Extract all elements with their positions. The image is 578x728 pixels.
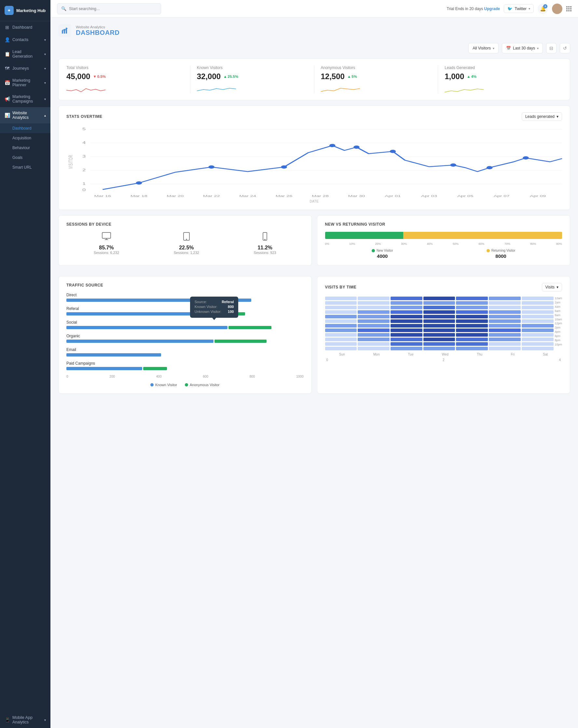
filter-icon-button[interactable]: ⊟	[546, 43, 556, 53]
page-title: DASHBOARD	[76, 29, 120, 36]
twitter-button[interactable]: 🐦 Twitter ▾	[504, 4, 534, 13]
visits-dropdown[interactable]: Visits ▾	[542, 283, 562, 291]
leads-generated-change: ▲ 4%	[467, 75, 476, 78]
sidebar-item-dashboard[interactable]: ⊞ Dashboard	[0, 21, 50, 33]
sidebar-item-contacts[interactable]: 👤 Contacts ▾	[0, 33, 50, 46]
traffic-direct: Direct	[67, 293, 304, 302]
sidebar-sub-goals[interactable]: Goals	[0, 153, 50, 162]
known-visitor-legend-label: Known Visitor	[155, 383, 177, 387]
anonymous-visitors-card: Anonymous Visitors 12,500 ▲ 5%	[314, 66, 438, 94]
search-box[interactable]: 🔍	[57, 3, 161, 14]
main-area: 🔍 Trial Ends in 20 days Upgrade 🐦 Twitte…	[50, 0, 578, 728]
anonymous-visitors-chart	[321, 84, 431, 94]
returning-visitor-dot	[487, 249, 490, 252]
sidebar-item-marketing-planner[interactable]: 📅 Marketing Planner ▾	[0, 75, 50, 91]
desktop-icon	[94, 232, 119, 243]
mobile-device: 11.2% Sessions: 923	[254, 232, 276, 255]
visitors-filter[interactable]: All Visitors ▾	[468, 43, 499, 53]
journeys-chevron-icon: ▾	[44, 67, 46, 70]
sidebar-label-marketing-campaigns: Marketing Campaigns	[12, 95, 42, 104]
organic-blue-bar	[67, 340, 213, 343]
traffic-source-title: TRAFFIC SOURCE	[67, 283, 103, 287]
refresh-button[interactable]: ↺	[560, 43, 570, 53]
mobile-sessions: Sessions: 923	[254, 251, 276, 255]
bottom-two-col: TRAFFIC SOURCE Source: Referal Known Vis…	[58, 276, 570, 399]
svg-point-43	[186, 239, 187, 240]
traffic-paid: Paid Campaigns	[67, 361, 304, 370]
leads-generated-chart	[445, 84, 555, 94]
sub-smart-url-label: Smart URL	[12, 165, 32, 170]
marketing-planner-chevron-icon: ▾	[44, 81, 46, 85]
filters-bar: All Visitors ▾ 📅 Last 30 days ▾ ⊟ ↺	[58, 43, 570, 53]
avatar[interactable]	[552, 4, 562, 14]
stats-overtime-title: STATS OVERTIME	[67, 114, 103, 119]
sidebar-sub-dashboard[interactable]: Dashboard	[0, 123, 50, 133]
sidebar-label-lead-generation: Lead Generation	[12, 50, 42, 59]
traffic-organic: Organic	[67, 334, 304, 343]
sidebar-sub-smart-url[interactable]: Smart URL	[0, 162, 50, 172]
sidebar-item-journeys[interactable]: 🗺 Journeys ▾	[0, 62, 50, 75]
heatmap-grid	[325, 296, 554, 351]
down-arrow-icon: ▼	[93, 75, 96, 78]
returning-visitor-legend: Returning Visitor 8000	[487, 249, 516, 259]
anonymous-visitor-legend-label: Anonymous Visitor	[190, 383, 220, 387]
sidebar-label-marketing-planner: Marketing Planner	[12, 78, 42, 87]
total-visitors-change: ▼ 0.5%	[93, 75, 106, 78]
marketing-planner-icon: 📅	[4, 80, 10, 85]
mobile-app-chevron-icon: ▾	[44, 718, 46, 722]
tablet-device: 22.5% Sessions: 1,232	[174, 232, 199, 255]
search-icon: 🔍	[61, 6, 67, 11]
social-green-bar	[229, 326, 271, 329]
new-vs-returning-header: NEW VS RETURNING VISITOR	[325, 222, 562, 227]
anonymous-dot-icon	[185, 383, 188, 387]
visitor-legend: New Visitor 4000 Returning Visitor 8000	[325, 249, 562, 259]
sidebar-label-contacts: Contacts	[12, 37, 28, 42]
x-axis-label: DATE	[67, 200, 562, 203]
traffic-tooltip: Source: Referal Known Visitor: 800 Unkno…	[190, 296, 239, 318]
anonymous-visitors-value: 12,500 ▲ 5%	[321, 72, 431, 81]
date-filter[interactable]: 📅 Last 30 days ▾	[502, 43, 543, 53]
tablet-pct: 22.5%	[174, 245, 199, 251]
notification-button[interactable]: 🔔 3	[537, 4, 548, 14]
new-visitor-label: New Visitor	[376, 249, 393, 252]
page-icon	[58, 24, 71, 37]
sidebar-sub-acquisition[interactable]: Acquisition	[0, 133, 50, 143]
anonymous-visitors-label: Anonymous Visitors	[321, 66, 431, 70]
svg-text:0: 0	[82, 188, 86, 192]
up-arrow-icon: ▲	[223, 75, 227, 78]
page-content: Website Analytics DASHBOARD All Visitors…	[50, 18, 578, 728]
sidebar-item-website-analytics[interactable]: 📊 Website Analytics ▴	[0, 107, 50, 123]
sidebar-sub-behaviour[interactable]: Behaviour	[0, 143, 50, 153]
svg-text:Apr 03: Apr 03	[421, 194, 437, 198]
stacked-bar	[325, 232, 562, 239]
upgrade-link[interactable]: Upgrade	[484, 6, 500, 11]
svg-text:Apr 09: Apr 09	[530, 194, 546, 198]
sidebar-item-lead-generation[interactable]: 📋 Lead Generation ▾	[0, 46, 50, 62]
notification-badge: 3	[543, 4, 547, 8]
apps-grid-icon[interactable]	[566, 6, 572, 11]
search-input[interactable]	[69, 6, 157, 11]
stats-overtime-chart: 5 4 3 2 1 0	[67, 126, 562, 203]
svg-text:Mar 20: Mar 20	[167, 194, 184, 198]
stats-overtime-dropdown[interactable]: Leads generated ▾	[522, 112, 562, 121]
marketing-campaigns-chevron-icon: ▾	[44, 97, 46, 101]
heatmap-layout: 12am2am4am6am8am10am12pm2pm4pm6pm8pm10pm	[325, 296, 562, 351]
stats-overtime-chevron-icon: ▾	[556, 114, 558, 119]
stats-overtime-card: STATS OVERTIME Leads generated ▾ 5 4	[58, 105, 570, 210]
sidebar-item-mobile-app-analytics[interactable]: 📱 Mobile App Analytics ▾	[0, 712, 50, 728]
svg-text:1: 1	[82, 182, 86, 186]
known-visitors-value: 32,000 ▲ 25.5%	[197, 72, 308, 81]
sidebar-item-marketing-campaigns[interactable]: 📢 Marketing Campaigns ▾	[0, 91, 50, 107]
new-vs-returning-title: NEW VS RETURNING VISITOR	[325, 222, 385, 227]
lead-gen-icon: 📋	[4, 51, 10, 57]
svg-text:Apr 05: Apr 05	[457, 194, 473, 198]
mobile-icon	[254, 232, 276, 243]
svg-text:Mar 18: Mar 18	[131, 194, 148, 198]
logo[interactable]: ✦ Marketing Hub	[0, 0, 50, 21]
visits-x-axis: 024	[325, 358, 562, 362]
journeys-icon: 🗺	[4, 66, 10, 71]
paid-green-bar	[143, 367, 167, 370]
tablet-sessions: Sessions: 1,232	[174, 251, 199, 255]
svg-point-18	[281, 165, 287, 168]
mobile-app-icon: 📱	[4, 717, 10, 723]
